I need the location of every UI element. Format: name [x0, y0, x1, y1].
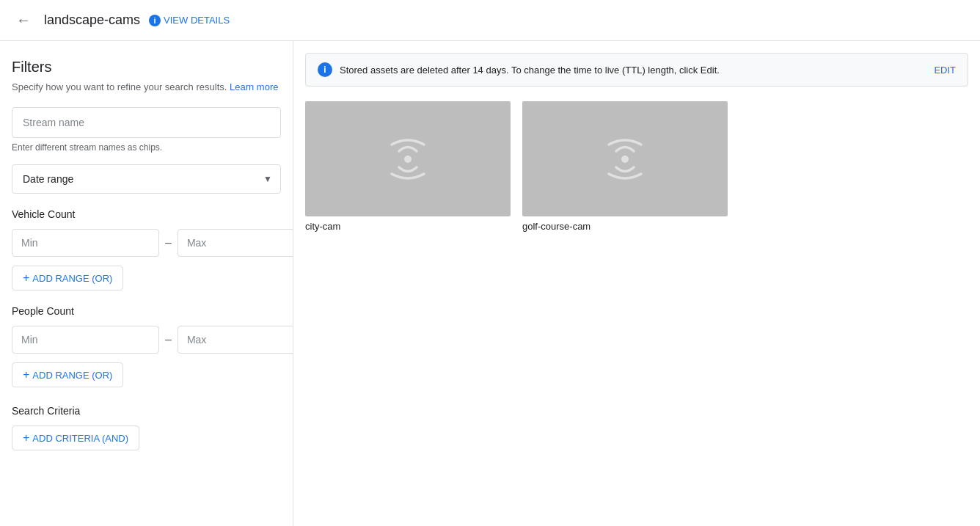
info-banner-icon: i	[318, 62, 332, 77]
stream-name-hint: Enter different stream names as chips.	[12, 142, 281, 153]
edit-link[interactable]: EDIT	[934, 65, 956, 76]
main-layout: Filters Specify how you want to refine y…	[0, 41, 980, 526]
camera-name-2: golf-course-cam	[522, 221, 728, 232]
date-range-wrapper: Date range ▼	[12, 164, 281, 194]
range-dash: –	[165, 236, 172, 249]
view-details-link[interactable]: i VIEW DETAILS	[149, 15, 230, 26]
back-button[interactable]: ←	[12, 9, 35, 32]
camera-card[interactable]: golf-course-cam	[522, 101, 728, 232]
learn-more-link[interactable]: Learn more	[230, 81, 278, 92]
info-banner: i Stored assets are deleted after 14 day…	[305, 53, 968, 87]
view-details-label: VIEW DETAILS	[164, 15, 230, 26]
people-count-range: –	[12, 326, 281, 354]
broadcast-icon	[379, 137, 437, 181]
svg-point-1	[621, 156, 629, 163]
vehicle-max-input[interactable]	[178, 229, 293, 257]
people-max-input[interactable]	[178, 326, 293, 354]
camera-name: city-cam	[305, 221, 511, 232]
add-range-or-label: ADD RANGE (OR)	[32, 273, 112, 284]
info-banner-text: Stored assets are deleted after 14 days.…	[340, 65, 926, 76]
vehicle-add-range-button[interactable]: + ADD RANGE (OR)	[12, 266, 123, 291]
plus-icon-2: +	[23, 368, 29, 381]
broadcast-icon-2	[596, 137, 654, 181]
add-criteria-and-button[interactable]: + ADD CRITERIA (AND)	[12, 425, 139, 450]
camera-card[interactable]: city-cam	[305, 101, 511, 232]
range-dash-2: –	[165, 333, 172, 346]
camera-thumbnail	[305, 101, 511, 216]
people-count-label: People Count	[12, 305, 281, 317]
vehicle-count-label: Vehicle Count	[12, 208, 281, 220]
svg-point-0	[404, 156, 412, 163]
vehicle-count-range: –	[12, 229, 281, 257]
search-criteria-section: Search Criteria + ADD CRITERIA (AND)	[12, 405, 281, 465]
page-title: landscape-cams	[44, 12, 140, 28]
date-range-select[interactable]: Date range	[12, 164, 281, 194]
people-add-range-button[interactable]: + ADD RANGE (OR)	[12, 362, 123, 387]
camera-thumbnail-2	[522, 101, 728, 216]
plus-icon-3: +	[23, 431, 29, 445]
people-min-input[interactable]	[12, 326, 159, 354]
info-icon: i	[149, 15, 161, 26]
add-range-or-label-2: ADD RANGE (OR)	[32, 370, 112, 381]
filters-title: Filters	[12, 59, 281, 76]
filters-subtitle: Specify how you want to refine your sear…	[12, 81, 281, 92]
main-content: i Stored assets are deleted after 14 day…	[293, 41, 980, 526]
camera-grid: city-cam golf-course-cam	[305, 101, 968, 232]
sidebar: Filters Specify how you want to refine y…	[0, 41, 293, 526]
header: ← landscape-cams i VIEW DETAILS	[0, 0, 980, 41]
vehicle-min-input[interactable]	[12, 229, 159, 257]
search-criteria-label: Search Criteria	[12, 405, 281, 417]
stream-name-input[interactable]	[12, 107, 281, 138]
plus-icon: +	[23, 271, 29, 285]
add-criteria-and-label: ADD CRITERIA (AND)	[32, 433, 128, 444]
